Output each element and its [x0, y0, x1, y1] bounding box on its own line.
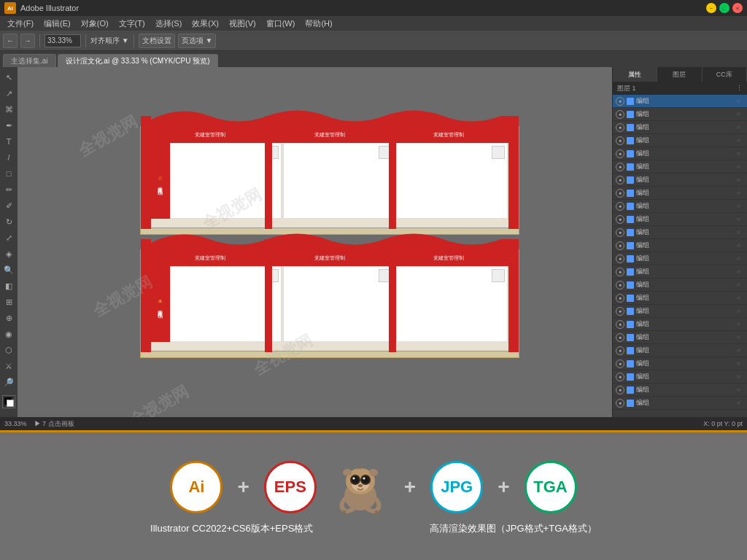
layer-item[interactable]: ● 编组 ○ — [613, 187, 747, 200]
layer-item[interactable]: ● 编组 ○ — [613, 213, 747, 226]
tool-paintbrush[interactable]: ✏ — [1, 182, 16, 197]
layer-lock[interactable]: ○ — [737, 373, 744, 380]
layer-eye[interactable]: ● — [616, 123, 624, 132]
tool-rotate[interactable]: ↻ — [1, 214, 16, 229]
layer-eye[interactable]: ● — [616, 241, 624, 250]
layer-eye[interactable]: ● — [616, 215, 624, 224]
tool-pencil[interactable]: ✐ — [1, 198, 16, 213]
menu-view[interactable]: 视图(V) — [225, 18, 260, 29]
layer-lock[interactable]: ○ — [737, 400, 744, 406]
layer-eye[interactable]: ● — [616, 346, 624, 355]
tool-type[interactable]: T — [1, 134, 16, 149]
layer-eye[interactable]: ● — [616, 254, 624, 263]
menu-edit[interactable]: 编辑(E) — [39, 18, 75, 29]
tool-shape-builder[interactable]: ⊕ — [1, 311, 16, 325]
rpanel-tab-cc[interactable]: CC库 — [703, 67, 747, 82]
layer-lock[interactable]: ○ — [737, 176, 744, 183]
layer-item[interactable]: ● 编组 ○ — [613, 95, 747, 108]
view-mode[interactable]: 对齐顺序 ▼ — [90, 36, 129, 46]
layer-lock[interactable]: ○ — [737, 150, 744, 157]
tool-live-paint[interactable]: ◉ — [1, 327, 16, 341]
layer-lock[interactable]: ○ — [737, 203, 744, 209]
layer-item[interactable]: ● 编组 ○ — [613, 121, 747, 134]
layer-eye[interactable]: ● — [616, 399, 624, 408]
layer-item[interactable]: ● 编组 ○ — [613, 397, 747, 410]
layer-eye[interactable]: ● — [616, 97, 624, 106]
layer-item[interactable]: ● 编组 ○ — [613, 357, 747, 370]
layer-lock[interactable]: ○ — [737, 321, 744, 327]
tool-line[interactable]: / — [1, 150, 16, 165]
layer-item[interactable]: ● 编组 ○ — [613, 344, 747, 357]
tool-select[interactable]: ↖ — [1, 70, 16, 85]
menu-select[interactable]: 选择(S) — [151, 18, 187, 29]
layer-eye[interactable]: ● — [616, 228, 624, 237]
layer-eye[interactable]: ● — [616, 281, 624, 289]
tool-lasso[interactable]: ⌘ — [1, 102, 16, 117]
layer-lock[interactable]: ○ — [737, 111, 744, 117]
page-options-btn[interactable]: 页选项 ▼ — [178, 34, 217, 48]
rpanel-tab-properties[interactable]: 属性 — [613, 67, 657, 82]
layer-eye[interactable]: ● — [616, 268, 624, 276]
layer-item[interactable]: ● 编组 ○ — [613, 370, 747, 384]
layer-item[interactable]: ● 编组 ○ — [613, 226, 747, 239]
layer-item[interactable]: ● 编组 ○ — [613, 239, 747, 252]
toolbar-arrow-right[interactable]: → — [20, 34, 35, 48]
layer-lock[interactable]: ○ — [737, 347, 744, 354]
layer-lock[interactable]: ○ — [737, 124, 744, 131]
layer-lock[interactable]: ○ — [737, 268, 744, 275]
layer-lock[interactable]: ○ — [737, 229, 744, 236]
canvas-area[interactable]: 全视觉网 全视觉网 全视觉网 全视觉网 全视觉网 — [18, 67, 612, 417]
layer-lock[interactable]: ○ — [737, 255, 744, 262]
layer-eye[interactable]: ● — [616, 110, 624, 119]
layer-eye[interactable]: ● — [616, 149, 624, 158]
menu-object[interactable]: 对象(O) — [77, 18, 113, 29]
layer-item[interactable]: ● 编组 ○ — [613, 292, 747, 305]
layer-eye[interactable]: ● — [616, 307, 624, 316]
tool-scale[interactable]: ⤢ — [1, 230, 16, 245]
layer-lock[interactable]: ○ — [737, 308, 744, 314]
tool-gradient[interactable]: ◧ — [1, 279, 16, 293]
minimize-button[interactable]: − — [706, 3, 716, 13]
menu-file[interactable]: 文件(F) — [3, 18, 38, 29]
layer-item[interactable]: ● 编组 ○ — [613, 108, 747, 121]
layer-lock[interactable]: ○ — [737, 190, 744, 196]
layer-eye[interactable]: ● — [616, 373, 624, 381]
layer-eye[interactable]: ● — [616, 189, 624, 198]
layer-lock[interactable]: ○ — [737, 334, 744, 341]
layer-lock[interactable]: ○ — [737, 242, 744, 249]
layer-lock[interactable]: ○ — [737, 386, 744, 393]
layer-item[interactable]: ● 编组 ○ — [613, 279, 747, 292]
layer-item[interactable]: ● 编组 ○ — [613, 252, 747, 265]
layer-eye[interactable]: ● — [616, 136, 624, 145]
menu-effect[interactable]: 效果(X) — [187, 18, 223, 29]
layer-eye[interactable]: ● — [616, 359, 624, 368]
layer-eye[interactable]: ● — [616, 163, 624, 171]
layer-item[interactable]: ● 编组 ○ — [613, 305, 747, 318]
layer-lock[interactable]: ○ — [737, 98, 744, 104]
tool-eyedropper[interactable]: 🔍 — [1, 262, 16, 277]
layer-item[interactable]: ● 编组 ○ — [613, 160, 747, 174]
menu-text[interactable]: 文字(T) — [115, 18, 150, 29]
layer-lock[interactable]: ○ — [737, 137, 744, 144]
tool-mesh[interactable]: ⊞ — [1, 295, 16, 309]
layer-eye[interactable]: ● — [616, 294, 624, 303]
maximize-button[interactable]: □ — [719, 3, 729, 13]
layer-item[interactable]: ● 编组 ○ — [613, 318, 747, 331]
menu-help[interactable]: 帮助(H) — [301, 18, 336, 29]
layer-lock[interactable]: ○ — [737, 163, 744, 170]
layer-lock[interactable]: ○ — [737, 360, 744, 367]
layer-lock[interactable]: ○ — [737, 295, 744, 301]
layer-eye[interactable]: ● — [616, 386, 624, 394]
toolbar-arrow-left[interactable]: ← — [3, 34, 18, 48]
menu-window[interactable]: 窗口(W) — [262, 18, 300, 29]
layer-item[interactable]: ● 编组 ○ — [613, 384, 747, 397]
tab-1[interactable]: 主选择集.ai — [3, 54, 56, 67]
layer-item[interactable]: ● 编组 ○ — [613, 147, 747, 160]
zoom-input[interactable] — [44, 34, 81, 47]
tool-perspective[interactable]: ⬡ — [1, 343, 16, 357]
layer-item[interactable]: ● 编组 ○ — [613, 174, 747, 187]
layer-eye[interactable]: ● — [616, 333, 624, 342]
tool-pen[interactable]: ✒ — [1, 118, 16, 133]
tool-zoom[interactable]: 🔎 — [1, 375, 16, 389]
layer-lock[interactable]: ○ — [737, 216, 744, 222]
